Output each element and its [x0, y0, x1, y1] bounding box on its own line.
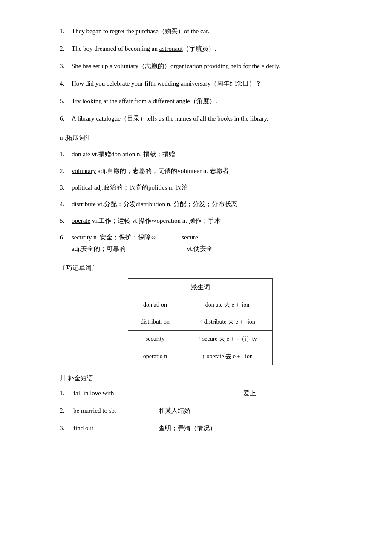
table-header: 派生词	[128, 279, 273, 296]
vocab-num-6: 6.	[60, 232, 72, 243]
sentence-mid-2: （宇航员）.	[183, 45, 216, 52]
table-row: operatio n ↑ operate 去 e＋ -ion	[128, 348, 273, 365]
vocab-num-2: 2.	[60, 165, 72, 177]
vocab-rest-4: vt.分配；分发distribution n. 分配；分发；分布状态	[96, 201, 237, 207]
vocab-rest-3: adj.政治的；政党的politics n. 政治	[92, 184, 188, 191]
sentence-num-1: 1.	[60, 26, 72, 37]
table-row: distributi on ↑ distribute 去 e＋ -ion	[128, 313, 273, 331]
sentence-mid-6: （目录）tells us the names of all the books …	[121, 115, 268, 122]
phrase-num-1: 1.	[60, 388, 73, 399]
vocab-rest-2: adj.自愿的；志愿的；无偿的volunteer n. 志愿者	[96, 167, 229, 174]
vocab-2: 2. voluntary adj.自愿的；志愿的；无偿的volunteer n.…	[60, 165, 341, 177]
sentence-3: 3. She has set up a voluntary（志愿的）organi…	[60, 60, 341, 72]
phrase-right-3: 查明；弄清（情况）	[159, 423, 341, 434]
derivative-table: 派生词 don ati on don ate 去 e＋ ion distribu…	[128, 278, 273, 365]
memo-section: 〔巧记单词〕 派生词 don ati on don ate 去 e＋ ion d…	[60, 262, 341, 365]
vocab-underline-4: distribute	[72, 201, 96, 207]
vocab-num-1: 1.	[60, 149, 72, 160]
sentence-mid-4: （周年纪念日）？	[210, 80, 262, 87]
table-row: security ↑ secure 去 e＋ -（i）ty	[128, 331, 273, 348]
memo-title: 〔巧记单词〕	[60, 262, 341, 274]
vocab-underline-1: don ate	[72, 151, 90, 158]
sentence-4: 4. How did you celebrate your fifth wedd…	[60, 78, 341, 89]
vocab-1: 1. don ate vt.捐赠don ation n. 捐献；捐赠	[60, 149, 341, 160]
main-content: 1. They began to regret the purchase（购买）…	[60, 26, 341, 434]
sentence-pre-1: They began to regret the	[72, 28, 135, 35]
vocab-content-6: security n. 安全；保护；保障∽secure adj.安全的；可靠的 …	[72, 232, 341, 255]
table-cell-left-4: operatio n	[128, 348, 182, 365]
sentence-num-6: 6.	[60, 113, 72, 124]
sentence-content-3: She has set up a voluntary（志愿的）organizat…	[72, 60, 341, 72]
sentence-num-4: 4.	[60, 78, 72, 89]
sentence-content-5: Try looking at the affair from a differe…	[72, 95, 341, 107]
vocab-underline-5: operate	[72, 217, 90, 224]
vocab-3: 3. political adj.政治的；政党的politics n. 政治	[60, 182, 341, 193]
vocab-num-3: 3.	[60, 182, 72, 193]
sentence-2: 2. The boy dreamed of becoming an astron…	[60, 43, 341, 55]
table-cell-right-1: don ate 去 e＋ ion	[182, 296, 272, 313]
sentence-underline-2: astronaut	[159, 45, 183, 52]
sentence-num-5: 5.	[60, 95, 72, 107]
vocab-6: 6. security n. 安全；保护；保障∽secure adj.安全的；可…	[60, 232, 341, 255]
sentence-underline-6: catalogue	[96, 115, 121, 122]
security-part3: vt.使安全	[187, 245, 213, 252]
phrase-3: 3. find out 查明；弄清（情况）	[60, 423, 341, 434]
sentence-pre-3: She has set up a	[72, 63, 114, 69]
sentence-underline-5: angle	[176, 98, 190, 104]
vocab-section-title: n .拓展词汇	[60, 132, 341, 144]
vocab-num-4: 4.	[60, 198, 72, 210]
phrase-1: 1. fall in love with 爱上	[60, 388, 341, 399]
sentence-5: 5. Try looking at the affair from a diff…	[60, 95, 341, 107]
sentence-underline-1: purchase	[135, 28, 158, 35]
security-part1: n. 安全；保护；保障∽	[92, 234, 156, 241]
sentence-num-2: 2.	[60, 43, 72, 55]
sentence-pre-6: A library	[72, 115, 96, 122]
sentence-content-4: How did you celebrate your fifth wedding…	[72, 78, 341, 89]
vocab-underline-2: voluntary	[72, 167, 96, 174]
phrase-left-2: be married to sb.	[73, 405, 159, 417]
sentence-mid-1: （购买）of the car.	[159, 28, 210, 35]
table-row: don ati on don ate 去 e＋ ion	[128, 296, 273, 313]
vocab-rest-5: vi.工作；运转 vt.操作∽operation n. 操作；手术	[90, 217, 221, 224]
phrase-2: 2. be married to sb. 和某人结婚	[60, 405, 341, 417]
table-cell-left-3: security	[128, 331, 182, 348]
vocab-content-2: voluntary adj.自愿的；志愿的；无偿的volunteer n. 志愿…	[72, 165, 341, 177]
vocab-rest-1: vt.捐赠don ation n. 捐献；捐赠	[90, 151, 175, 158]
sentence-mid-3: （志愿的）organization providing help for the…	[138, 63, 280, 69]
sentence-pre-4: How did you celebrate your fifth wedding	[72, 80, 181, 87]
sentence-mid-5: （角度）.	[190, 98, 217, 104]
sentence-content-6: A library catalogue（目录）tells us the name…	[72, 113, 341, 124]
phrase-section: 川.补全短语 1. fall in love with 爱上 2. be mar…	[60, 373, 341, 434]
table-cell-left-2: distributi on	[128, 313, 182, 331]
phrase-left-1: fall in love with	[73, 388, 159, 399]
vocab-content-5: operate vi.工作；运转 vt.操作∽operation n. 操作；手…	[72, 215, 341, 227]
vocab-section: n .拓展词汇 1. don ate vt.捐赠don ation n. 捐献；…	[60, 132, 341, 255]
sentence-num-3: 3.	[60, 60, 72, 72]
vocab-content-3: political adj.政治的；政党的politics n. 政治	[72, 182, 341, 193]
sentence-underline-3: voluntary	[114, 63, 139, 69]
sentence-1: 1. They began to regret the purchase（购买）…	[60, 26, 341, 37]
vocab-5: 5. operate vi.工作；运转 vt.操作∽operation n. 操…	[60, 215, 341, 227]
phrase-right-1: 爱上	[159, 388, 341, 399]
table-cell-right-2: ↑ distribute 去 e＋ -ion	[182, 313, 272, 331]
vocab-4: 4. distribute vt.分配；分发distribution n. 分配…	[60, 198, 341, 210]
phrase-num-2: 2.	[60, 405, 73, 417]
phrase-section-title: 川.补全短语	[60, 373, 341, 384]
security-part2: adj.安全的；可靠的	[72, 245, 126, 252]
table-cell-right-4: ↑ operate 去 e＋ -ion	[182, 348, 272, 365]
table-cell-right-3: ↑ secure 去 e＋ -（i）ty	[182, 331, 272, 348]
vocab-content-4: distribute vt.分配；分发distribution n. 分配；分发…	[72, 198, 341, 210]
sentence-pre-5: Try looking at the affair from a differe…	[72, 98, 176, 104]
vocab-num-5: 5.	[60, 215, 72, 227]
sentence-underline-4: anniversary	[181, 80, 210, 87]
security-word2: secure	[182, 234, 198, 241]
security-underline: security	[72, 234, 92, 241]
phrase-num-3: 3.	[60, 423, 73, 434]
phrase-left-3: find out	[73, 423, 159, 434]
sentence-content-2: The boy dreamed of becoming an astronaut…	[72, 43, 341, 55]
table-cell-left-1: don ati on	[128, 296, 182, 313]
vocab-content-1: don ate vt.捐赠don ation n. 捐献；捐赠	[72, 149, 341, 160]
vocab-underline-3: political	[72, 184, 92, 191]
sentence-content-1: They began to regret the purchase（购买）of …	[72, 26, 341, 37]
sentence-pre-2: The boy dreamed of becoming an	[72, 45, 159, 52]
